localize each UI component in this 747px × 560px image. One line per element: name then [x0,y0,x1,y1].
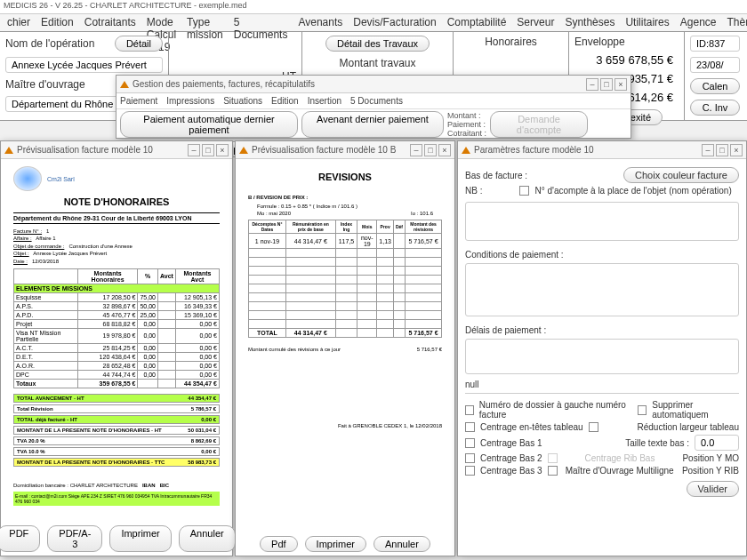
submenu-item[interactable]: Impressions [166,96,214,106]
rev-section: B / REVISION DE PRIX : [248,195,442,200]
opt-checkbox[interactable] [465,453,475,463]
io-label: Io : 101.6 [411,211,433,216]
annuler-button[interactable]: Annuler [374,536,430,552]
color-button[interactable]: Choix couleur facture [623,167,739,183]
imprimer-button[interactable]: Imprimer [305,536,366,552]
date-field[interactable] [690,57,740,73]
opt-label: Numéro de dossier à gauche numéro factur… [479,400,633,420]
app-icon [120,81,129,88]
preview-a-window: Prévisualisation facture modèle 10–□× Cm… [0,140,233,556]
close-icon[interactable]: × [730,144,743,156]
id-field[interactable] [690,36,740,52]
conditions-label: Conditions de paiement : [465,250,739,260]
preview-b-title: Prévisualisation facture modèle 10 B [252,145,396,155]
app-icon [4,147,13,154]
imprimer-button[interactable]: Imprimer [109,525,171,552]
enveloppe-label: Enveloppe [574,36,679,48]
preview-a-title: Prévisualisation facture modèle 10 [17,145,153,155]
doc-heading: NOTE D'HONORAIRES [13,196,220,207]
footer-email: E-mail : contact@m2i.com Siège APE 234 Z… [13,492,220,506]
close-icon[interactable]: × [216,144,229,156]
pdf/a-3-button[interactable]: PDF/A-3 [47,525,102,552]
bas-facture-label: Bas de facture : [465,171,527,180]
delais-input[interactable] [465,339,739,374]
opt-label: Maître d'Ouvrage Multiligne [566,466,674,476]
main-menubar: chierEditionCotraitantsMode Calcul 2019T… [0,14,747,32]
max-icon[interactable]: □ [202,144,214,156]
calen-button[interactable]: Calen [690,78,740,94]
params-title: Paramètres facture modèle 10 [474,145,594,155]
address: Département du Rhône 29-31 Cour de la Li… [13,212,220,224]
menu-item[interactable]: chier [2,14,36,31]
mo-label: Mo : mai 2020 [257,211,291,216]
operation-input[interactable] [5,57,163,73]
opt-label: Supprimer automatiquem [652,400,739,420]
menu-item[interactable]: Type mission [181,14,229,31]
null-text: null [465,380,739,389]
iban-label: IBAN [142,483,156,488]
opt-label: Position Y MO [682,453,739,463]
opt-checkbox[interactable] [548,466,558,476]
min-icon[interactable]: – [586,78,598,91]
valider-button[interactable]: Valider [687,481,739,497]
submenu-item[interactable]: Edition [271,96,299,106]
menu-item[interactable]: 5 Documents [229,14,293,31]
cumul-label: Montant cumulé des révisions à ce jour [248,347,341,352]
close-icon[interactable]: × [614,78,627,91]
menu-item[interactable]: Serveur [511,14,559,31]
opt-checkbox[interactable] [465,405,474,415]
menu-item[interactable]: Utilitaires [620,14,674,31]
acompte-label: N° d'acompte à la place de l'objet (nom … [534,186,731,196]
detail-button[interactable]: Détail [115,36,163,52]
opt-checkbox[interactable] [548,453,558,463]
submenu-item[interactable]: 5 Documents [350,96,403,106]
params-window: Paramètres facture modèle 10–□× Bas de f… [457,140,747,556]
menu-item[interactable]: Synthèses [559,14,620,31]
submenu-item[interactable]: Paiement [120,96,157,106]
preview-b-window: Prévisualisation facture modèle 10 B–□× … [235,140,455,556]
min-icon[interactable]: – [188,144,200,156]
opt-checkbox[interactable] [638,405,647,415]
auto-pay-last-button[interactable]: Paiement automatique dernier paiement [120,111,298,138]
nb-label: NB : [465,186,482,196]
min-icon[interactable]: – [702,144,714,156]
submenu-item[interactable]: Situations [223,96,262,106]
menu-item[interactable]: Avenants [293,14,348,31]
pdf-button[interactable]: Pdf [260,536,298,552]
delais-label: Délais de paiement : [465,325,739,335]
opt-checkbox[interactable] [465,438,475,448]
max-icon[interactable]: □ [424,144,437,156]
opt-checkbox[interactable] [589,422,598,432]
menu-item[interactable]: Thème [721,14,747,31]
opt-checkbox[interactable] [465,466,475,476]
close-icon[interactable]: × [438,144,451,156]
acompte-button[interactable]: Demande d'acompte [490,111,588,138]
place-date: Fait à GRENOBLE CEDEX 1, le 12/02/2018 [248,423,442,428]
menu-item[interactable]: Mode Calcul 2019 [141,14,181,31]
payment-window: Gestion des paiements, factures, récapit… [116,75,631,139]
detail-travaux-button[interactable]: Détail des Travaux [325,36,430,52]
acompte-checkbox[interactable] [519,186,529,196]
max-icon[interactable]: □ [716,144,728,156]
opt-checkbox[interactable] [465,422,475,432]
submenu-item[interactable]: Insertion [308,96,341,106]
conditions-input[interactable] [465,263,739,316]
menu-item[interactable]: Agence [675,14,722,31]
footer-bank: Domiciliation bancaire : CHARLET ARCHITE… [13,483,138,488]
revisions-heading: REVISIONS [248,172,442,182]
menu-item[interactable]: Edition [36,14,79,31]
menu-item[interactable]: Comptabilité [442,14,512,31]
rev-formula: Formule : 0.15 + 0.85 * ( Indice m / 101… [257,204,442,209]
menu-item[interactable]: Devis/Facturation [348,14,441,31]
menu-item[interactable]: Cotraitants [79,14,141,31]
taille-input[interactable] [695,435,739,451]
avenant-button[interactable]: Avenant dernier paiement [301,111,444,138]
cotraitant-label: Cotraitant : [447,129,486,138]
pdf-button[interactable]: PDF [0,525,40,552]
annuler-button[interactable]: Annuler [179,525,236,552]
min-icon[interactable]: – [410,144,422,156]
max-icon[interactable]: □ [600,78,613,91]
cinv-button[interactable]: C. Inv [690,100,740,116]
bas-facture-input[interactable] [465,202,739,241]
honoraires-label: Honoraires [459,36,563,48]
